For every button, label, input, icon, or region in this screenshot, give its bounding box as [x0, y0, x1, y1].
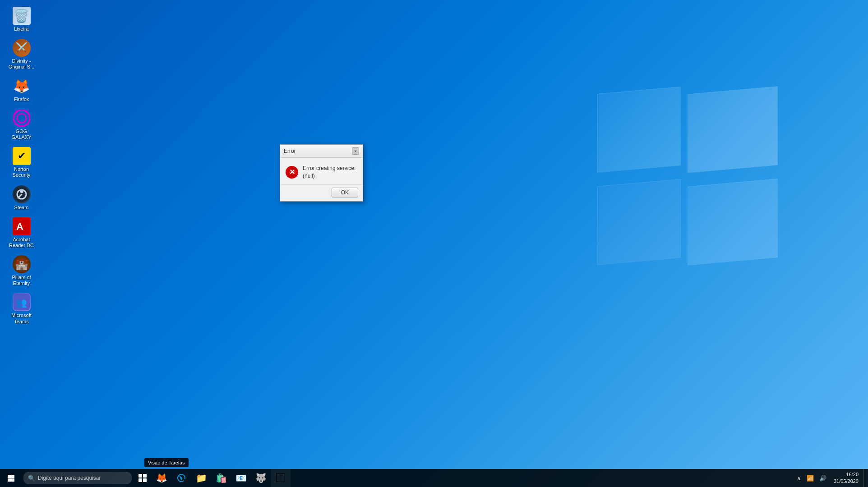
network-icon[interactable]: 📶	[804, 475, 817, 482]
taskbar-firefox[interactable]: 🦊	[152, 469, 171, 487]
dialog-overlay: Error × ✕ Error creating service: (null)…	[0, 0, 868, 487]
taskbar: 🔍 Digite aqui para pesquisar 🦊 📁 🛍️ 📧 🐺	[0, 469, 868, 487]
dialog-ok-button[interactable]: OK	[332, 188, 358, 198]
dialog-title: Error	[284, 148, 296, 154]
dialog-titlebar: Error ×	[280, 145, 363, 158]
dialog-footer: OK	[280, 184, 363, 201]
taskbar-clock[interactable]: 16:20 31/05/2020	[829, 471, 863, 485]
svg-rect-12	[143, 478, 147, 482]
taskbar-right: ∧ 📶 🔊 16:20 31/05/2020	[794, 469, 868, 487]
error-dialog: Error × ✕ Error creating service: (null)…	[280, 144, 363, 202]
volume-icon[interactable]: 🔊	[817, 475, 829, 482]
taskbar-game2[interactable]: 🅃	[271, 469, 291, 487]
search-placeholder: Digite aqui para pesquisar	[38, 475, 101, 481]
show-desktop-button[interactable]	[863, 469, 866, 487]
taskbar-explorer[interactable]: 📁	[191, 469, 211, 487]
system-tray[interactable]: ∧	[794, 475, 804, 482]
dialog-body: ✕ Error creating service: (null)	[280, 158, 363, 184]
taskview-button[interactable]	[134, 469, 152, 487]
taskbar-search[interactable]: 🔍 Digite aqui para pesquisar	[23, 472, 132, 484]
svg-rect-11	[139, 478, 142, 482]
clock-time: 16:20	[846, 471, 859, 478]
windows-logo-icon	[8, 475, 14, 482]
svg-rect-9	[139, 474, 142, 478]
taskbar-apps: 🦊 📁 🛍️ 📧 🐺 🅃	[152, 469, 794, 487]
tray-expand-icon[interactable]: ∧	[797, 475, 801, 482]
desktop: 🗑️ Lixeira ⚔️ Divinity -Original S... 🦊 …	[0, 0, 868, 487]
taskbar-game1[interactable]: 🐺	[251, 469, 271, 487]
start-button[interactable]	[0, 469, 22, 487]
dialog-message: Error creating service: (null)	[303, 165, 357, 180]
search-icon: 🔍	[28, 475, 35, 482]
wifi-icon: 📶	[807, 475, 814, 482]
taskbar-store[interactable]: 🛍️	[211, 469, 231, 487]
svg-rect-10	[143, 474, 147, 478]
clock-date: 31/05/2020	[834, 478, 859, 485]
taskview-icon	[139, 474, 147, 482]
error-icon: ✕	[286, 166, 298, 179]
dialog-close-button[interactable]: ×	[352, 147, 359, 155]
speaker-icon: 🔊	[819, 475, 826, 482]
taskbar-edge[interactable]	[171, 469, 191, 487]
taskbar-mail[interactable]: 📧	[231, 469, 251, 487]
